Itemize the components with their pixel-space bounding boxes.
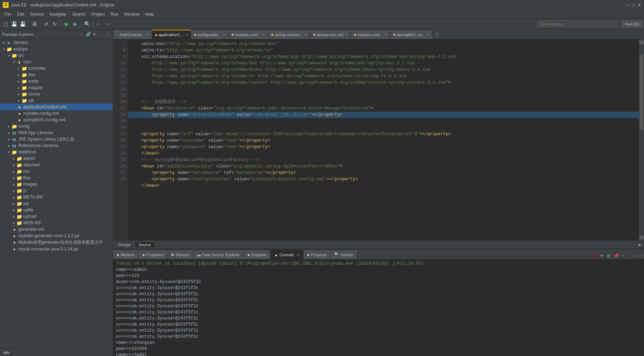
tree-item-files[interactable]: ► 📁 files xyxy=(0,175,113,181)
menu-edit[interactable]: Edit xyxy=(14,11,27,18)
maximize-bottom-btn[interactable]: □ xyxy=(638,253,644,259)
menu-source[interactable]: Source xyxy=(27,11,47,18)
tab-source[interactable]: Source xyxy=(135,242,155,248)
tab-datasource[interactable]: ▬ Data Source Explorer xyxy=(193,250,244,259)
tab-snippets[interactable]: ■ Snippets xyxy=(244,250,270,259)
tree-item-dao[interactable]: ► 📁 dao xyxy=(0,72,113,78)
tree-item-entity[interactable]: ► 📁 entity xyxy=(0,78,113,84)
tree-item-generator-xml[interactable]: ■ generator.xml xyxy=(0,226,113,233)
pin-console-btn[interactable]: 📌 xyxy=(613,253,619,259)
tab-search-bottom[interactable]: 🔍 Search xyxy=(331,250,357,259)
tree-item-util[interactable]: ► 📁 util xyxy=(0,97,113,104)
nav-right[interactable]: ▶ xyxy=(7,350,10,355)
tree-item-controller[interactable]: ► 📁 controller xyxy=(0,65,113,72)
close-tab-springmvc[interactable]: ✕ xyxy=(427,33,430,36)
tree-item-upload[interactable]: ► 📁 upload xyxy=(0,213,113,220)
scroll-thumb[interactable] xyxy=(640,54,643,130)
tree-item-mybatis-gen-txt[interactable]: ■ Mybatis使用generator自动生成映射配置文件 xyxy=(0,239,113,246)
tab-markers[interactable]: ■ Markers xyxy=(113,250,139,259)
tree-item-servers[interactable]: ► ▶ Servers xyxy=(0,39,113,46)
tree-item-mysql-connector[interactable]: ■ mysql-connector-java-5.1.34.jar xyxy=(0,246,113,252)
view-menu-btn[interactable]: ▼ xyxy=(91,31,98,38)
maximize-panel-btn[interactable]: □ xyxy=(104,31,111,38)
tree-item-src[interactable]: ▼ 📁 src xyxy=(0,52,113,59)
code-editor[interactable]: xmlns:mvc="http://www.springframework.or… xyxy=(128,39,639,240)
tree-item-webapplibs[interactable]: ► ▮▮ Web App Libraries xyxy=(0,130,113,136)
menu-window[interactable]: Window xyxy=(121,11,142,18)
close-tab-config[interactable]: ✕ xyxy=(223,33,226,36)
tab-properties[interactable]: ■ Properties xyxy=(139,250,168,259)
collapse-all-btn[interactable]: ≡ xyxy=(78,31,85,38)
undo-btn[interactable]: ↺ xyxy=(42,20,50,28)
tab-overflow-btn[interactable]: ▽ xyxy=(433,31,441,37)
tree-item-metainf[interactable]: ► 📁 META-INF xyxy=(0,194,113,200)
close-tab-spring-mvc[interactable]: ✕ xyxy=(345,33,348,36)
menu-project[interactable]: Project xyxy=(88,11,107,18)
tab-AddrController[interactable]: J AddrControll... ✕ xyxy=(113,30,152,39)
tree-item-server-pkg[interactable]: ► 📁 server xyxy=(0,91,113,97)
tree-item-mybatis-gen-jar[interactable]: ■ mybatis-generator-core-1.3.2.jar xyxy=(0,233,113,239)
tab-design[interactable]: Design xyxy=(115,242,135,248)
clear-console-btn[interactable]: 🗑 xyxy=(606,253,612,259)
tree-item-springmvc-config[interactable]: ■ springMVC-config.xml xyxy=(0,117,113,123)
redo-btn[interactable]: ↻ xyxy=(51,20,59,28)
scroll-track[interactable] xyxy=(639,44,644,235)
close-tab-appcontext[interactable]: ✕ xyxy=(185,33,188,37)
scroll-up-btn[interactable]: ▲ xyxy=(639,39,644,44)
link-editor-btn[interactable]: 🔗 xyxy=(85,31,91,38)
tree-item-wuliups[interactable]: ▼ 📁 wuliups xyxy=(0,46,113,52)
print-btn[interactable]: 🖶 xyxy=(30,20,38,28)
close-tab-mybatis2[interactable]: ✕ xyxy=(384,33,387,36)
tree-item-sql[interactable]: ► 📁 sql xyxy=(0,200,113,207)
close-tab-AddrController[interactable]: ✕ xyxy=(146,33,149,36)
tree-item-js[interactable]: ► 📁 js xyxy=(0,187,113,194)
menu-navigate[interactable]: Navigate xyxy=(47,11,69,18)
tree-item-webroot[interactable]: ▼ 📁 WebRoot xyxy=(0,149,113,155)
minimize-bottom-btn[interactable]: – xyxy=(630,253,637,259)
scroll-lock-btn[interactable]: ▼ xyxy=(599,253,605,259)
tree-item-com[interactable]: ▼ ▮ com xyxy=(0,59,113,65)
nav-left[interactable]: ◀ xyxy=(3,350,6,355)
perspective-btn[interactable]: Java EE xyxy=(621,20,643,28)
editor-scrollbar[interactable]: ▲ ▼ xyxy=(639,39,644,240)
tab-mybatis-conf[interactable]: ■ mybatis-conf... ✕ xyxy=(229,30,268,39)
save-all-btn[interactable]: 💾 xyxy=(19,20,26,28)
new-console-btn[interactable]: + xyxy=(620,253,626,259)
tree-item-jrelib[interactable]: ► ▮▮ JRE System Library [JDK1.8] xyxy=(0,136,113,142)
scroll-down-btn[interactable]: ▼ xyxy=(639,235,644,240)
tree-item-mapper[interactable]: ► 📁 mapper xyxy=(0,84,113,91)
tab-configuration[interactable]: ■ configuratio... ✕ xyxy=(191,30,229,39)
maximize-btn[interactable]: □ xyxy=(632,3,635,8)
run-btn[interactable]: ▶ xyxy=(63,20,71,28)
forward-btn[interactable]: → xyxy=(103,20,111,28)
tree-item-css[interactable]: ► 📁 css xyxy=(0,168,113,175)
minimize-panel-btn[interactable]: – xyxy=(98,31,104,38)
menu-run[interactable]: Run xyxy=(108,11,121,18)
tab-console[interactable]: ▲ Console ✕ xyxy=(271,250,304,259)
tree-item-appcontext[interactable]: ■ applicationContext.xml xyxy=(0,104,113,110)
tree-item-attached[interactable]: ► 📁 attached xyxy=(0,162,113,168)
new-btn[interactable]: ▢ xyxy=(1,20,9,28)
tab-springMVC-co[interactable]: ■ springMVC-co... ✕ xyxy=(391,30,433,39)
quick-access-input[interactable] xyxy=(537,20,618,28)
tree-item-images[interactable]: ► 📁 images xyxy=(0,181,113,187)
menu-search[interactable]: Search xyxy=(69,11,88,18)
stop-console-btn[interactable]: ■ xyxy=(591,253,598,259)
tab-servers[interactable]: ▶ Servers xyxy=(168,250,193,259)
close-tab-spring-common[interactable]: ✕ xyxy=(304,33,307,36)
menu-file[interactable]: File xyxy=(1,11,14,18)
collapse-bottom-btn[interactable]: ► xyxy=(638,242,643,248)
console-close[interactable]: ✕ xyxy=(297,253,300,257)
tree-item-reflibs[interactable]: ► ▮▮ Referenced Libraries xyxy=(0,142,113,149)
search-btn[interactable]: 🔍 xyxy=(83,20,91,28)
close-tab-mybatis[interactable]: ✕ xyxy=(262,33,265,36)
menu-help[interactable]: Help xyxy=(142,11,157,18)
tree-item-upfile[interactable]: ► 📁 upfile xyxy=(0,207,113,213)
tree-item-mybatis-config[interactable]: ■ mybatis-config.xml xyxy=(0,110,113,117)
tab-spring-common[interactable]: ■ spring-commo... ✕ xyxy=(268,30,310,39)
tab-applicationContext[interactable]: ■ applicationC... ✕ xyxy=(152,30,191,39)
tree-item-webinf[interactable]: ► 📁 WEB-INF xyxy=(0,220,113,226)
minimize-btn[interactable]: – xyxy=(627,3,629,8)
tree-item-config[interactable]: ► 📁 config xyxy=(0,123,113,130)
debug-btn[interactable]: ▶ xyxy=(71,20,79,28)
